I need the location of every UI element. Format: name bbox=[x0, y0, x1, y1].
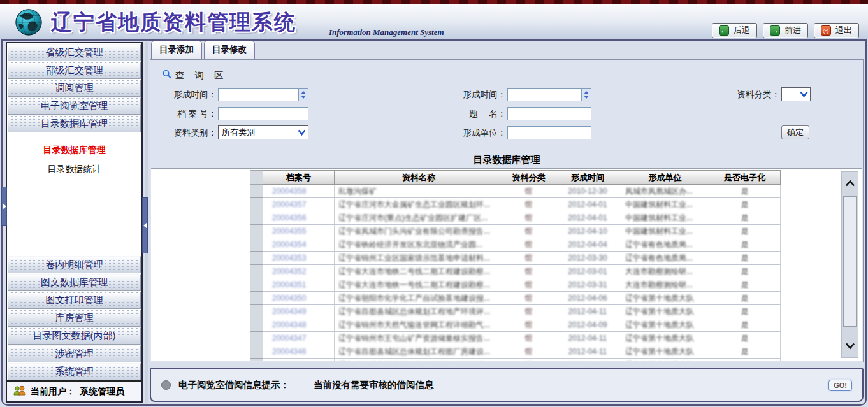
row-selector[interactable] bbox=[250, 345, 263, 359]
record-name: 辽宁省大连市地铁一号线二期工程建设勘察... bbox=[335, 278, 503, 292]
form-category-select[interactable]: 所有类别 bbox=[218, 125, 308, 139]
sidebar-item-top-4[interactable]: 目录数据库管理 bbox=[8, 115, 141, 132]
archive-no-link[interactable]: 20004347 bbox=[263, 332, 335, 345]
record-category: 馆 bbox=[503, 318, 554, 332]
tab-0[interactable]: 目录添加 bbox=[151, 41, 202, 59]
sidebar-item-bottom-3[interactable]: 库房管理 bbox=[8, 310, 141, 327]
table-row[interactable]: 20004350辽宁省朝阳市化学化工产品试验基地建设报...馆2012-04-0… bbox=[250, 292, 781, 305]
record-unit: 辽宁省有色地质局... bbox=[621, 252, 709, 265]
archive-no-link[interactable]: 20004357 bbox=[263, 198, 335, 211]
row-selector[interactable] bbox=[250, 278, 263, 292]
sidebar-item-bottom-5[interactable]: 涉密管理 bbox=[8, 345, 141, 362]
column-header[interactable]: 资料名称 bbox=[335, 171, 503, 185]
nav-button-back[interactable]: ←后退 bbox=[712, 23, 757, 38]
column-header[interactable]: 资料分类 bbox=[503, 171, 554, 185]
table-row[interactable]: 20004351辽宁省大连市地铁一号线二期工程建设勘察...馆2012-03-3… bbox=[250, 278, 781, 292]
form-archive-no-field[interactable] bbox=[218, 107, 308, 120]
arrow-right-icon: → bbox=[770, 25, 780, 36]
sidebar-item-top-3[interactable]: 电子阅览室管理 bbox=[8, 97, 141, 115]
row-selector[interactable] bbox=[250, 252, 263, 265]
row-selector[interactable] bbox=[250, 292, 263, 305]
row-selector[interactable] bbox=[250, 359, 263, 362]
form-time-spinner-2[interactable] bbox=[507, 88, 591, 101]
row-selector[interactable] bbox=[250, 332, 263, 345]
table-row[interactable]: 20004345辽宁省锦州市50米深人民人防指挥项目工程...馆2013-04-… bbox=[250, 359, 781, 362]
archive-no-link[interactable]: 20004349 bbox=[263, 305, 335, 318]
archive-no-link[interactable]: 20004356 bbox=[263, 211, 335, 225]
table-row[interactable]: 20004346辽宁省昌图县城区总体规划工程图厂房建设...馆2012-04-1… bbox=[250, 345, 781, 359]
table-row[interactable]: 20004352辽宁省大连市地铁二号线二期工程建设勘察...馆2012-03-0… bbox=[250, 265, 781, 278]
sidebar-item-bottom-0[interactable]: 卷内明细管理 bbox=[8, 256, 141, 273]
nav-button-exit[interactable]: ◎退出 bbox=[814, 23, 859, 38]
form-time-spinner-1[interactable] bbox=[218, 88, 308, 101]
row-selector[interactable] bbox=[250, 185, 263, 198]
column-header[interactable]: 形成时间 bbox=[554, 171, 621, 185]
submit-button[interactable]: 确定 bbox=[781, 125, 809, 139]
record-digitized: 是 bbox=[709, 252, 781, 265]
spinner-arrows-icon[interactable] bbox=[581, 89, 591, 101]
row-selector[interactable] bbox=[250, 198, 263, 211]
table-row[interactable]: 20004358乱墩沟煤矿馆2010-12-30凤城市凤凰城区办...是 bbox=[250, 185, 781, 198]
go-button[interactable]: GO! bbox=[828, 380, 852, 391]
archive-no-link[interactable]: 20004352 bbox=[263, 265, 335, 278]
sidebar-item-bottom-2[interactable]: 图文打印管理 bbox=[8, 292, 141, 309]
row-selector[interactable] bbox=[250, 238, 263, 252]
form-title-label: 题 名： bbox=[445, 107, 506, 120]
archive-no-link[interactable]: 20004351 bbox=[263, 278, 335, 292]
archive-no-link[interactable]: 20004355 bbox=[263, 225, 335, 238]
sidebar-item-top-0[interactable]: 省级汇交管理 bbox=[8, 44, 141, 61]
sidebar-item-bottom-6[interactable]: 系统管理 bbox=[8, 363, 141, 380]
scrollbar-thumb[interactable] bbox=[843, 196, 857, 327]
table-row[interactable]: 20004357辽宁省庄河市大金属矿生态工业园区规划环...馆2012-04-0… bbox=[250, 198, 781, 211]
vertical-scrollbar[interactable] bbox=[841, 171, 858, 358]
row-selector[interactable] bbox=[250, 318, 263, 332]
table-row[interactable]: 20004353辽宁省锦州工业区国家级示范基地申请材料...馆2012-03-3… bbox=[250, 252, 781, 265]
sidebar-item-top-2[interactable]: 调阅管理 bbox=[8, 80, 141, 97]
form-unit-input[interactable] bbox=[508, 127, 591, 139]
form-time-input-2[interactable] bbox=[508, 89, 581, 101]
sidebar-item-bottom-4[interactable]: 目录图文数据(内部) bbox=[8, 327, 141, 345]
column-header[interactable]: 档案号 bbox=[263, 171, 335, 185]
row-selector[interactable] bbox=[250, 265, 263, 278]
column-header[interactable]: 是否电子化 bbox=[709, 171, 781, 185]
table-row[interactable]: 20004355辽宁省凤城市门头沟矿业有限公司勘查报告...馆2012-04-1… bbox=[250, 225, 781, 238]
tab-1[interactable]: 目录修改 bbox=[204, 41, 255, 59]
form-classification-select[interactable] bbox=[781, 87, 811, 101]
row-selector[interactable] bbox=[250, 305, 263, 318]
archive-no-link[interactable]: 20004353 bbox=[263, 252, 335, 265]
row-selector[interactable] bbox=[250, 225, 263, 238]
sidebar-subitem-1[interactable]: 目录数据统计 bbox=[7, 160, 141, 179]
splitter-expand-handle[interactable] bbox=[1, 187, 7, 226]
row-selector[interactable] bbox=[250, 211, 263, 225]
nav-button-forward[interactable]: →前进 bbox=[763, 23, 808, 38]
sidebar-item-top-1[interactable]: 部级汇交管理 bbox=[8, 62, 141, 79]
table-row[interactable]: 20004349辽宁省昌图县城区总体规划工程地产环境评...馆2012-04-1… bbox=[250, 305, 781, 318]
sidebar-subitem-0[interactable]: 目录数据库管理 bbox=[7, 141, 141, 160]
table-scroll-area: 档案号资料名称资料分类形成时间形成单位是否电子化20004358乱墩沟煤矿馆20… bbox=[151, 168, 862, 361]
spinner-arrows-icon[interactable] bbox=[298, 89, 308, 101]
record-category: 馆 bbox=[503, 292, 554, 305]
archive-no-link[interactable]: 20004346 bbox=[263, 345, 335, 359]
form-title-input[interactable] bbox=[508, 108, 591, 120]
archive-no-link[interactable]: 20004358 bbox=[263, 185, 335, 198]
form-archive-no-input[interactable] bbox=[219, 108, 308, 120]
status-dot-icon bbox=[161, 380, 171, 390]
table-row[interactable]: 20004354辽宁省铁岭经济开发区东北亚物流产业园...馆2012-04-04… bbox=[250, 238, 781, 252]
form-title-field[interactable] bbox=[507, 107, 591, 120]
form-unit-field[interactable] bbox=[507, 126, 591, 139]
scroll-up-icon[interactable] bbox=[842, 176, 858, 191]
table-row[interactable]: 20004347辽宁省锦州市王屯山矿产资源储量核实报告...馆2012-04-1… bbox=[250, 332, 781, 345]
archive-no-link[interactable]: 20004354 bbox=[263, 238, 335, 252]
record-date: 2012-04-11 bbox=[554, 345, 621, 359]
record-date: 2012-03-30 bbox=[554, 252, 621, 265]
table-row[interactable]: 20004348辽宁省锦州市天然气输送管网工程详细勘气...馆2012-04-0… bbox=[250, 318, 781, 332]
archive-no-link[interactable]: 20004348 bbox=[263, 318, 335, 332]
archive-no-link[interactable]: 20004350 bbox=[263, 292, 335, 305]
column-header[interactable]: 形成单位 bbox=[621, 171, 709, 185]
form-time-input-1[interactable] bbox=[219, 89, 298, 101]
archive-no-link[interactable]: 20004345 bbox=[263, 359, 335, 362]
splitter-collapse-handle[interactable] bbox=[142, 197, 148, 253]
scroll-down-icon[interactable] bbox=[842, 338, 858, 353]
table-row[interactable]: 20004356辽宁省庄河市(重点)生态矿业园区扩建厂区...馆2012-04-… bbox=[250, 211, 781, 225]
sidebar-item-bottom-1[interactable]: 图文数据库管理 bbox=[8, 274, 141, 291]
